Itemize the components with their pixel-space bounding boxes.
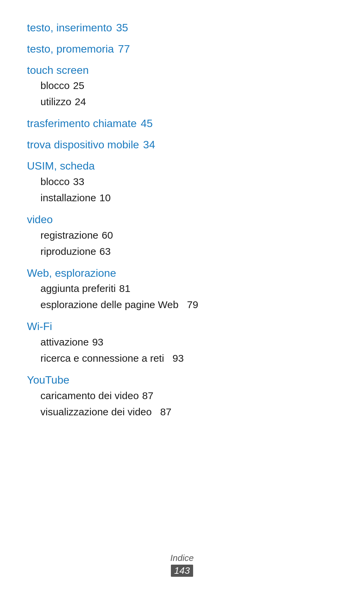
sub-entry-multiline: esplorazione delle pagine Web 79: [27, 297, 337, 313]
sub-entry: utilizzo 24: [27, 94, 337, 110]
entry-heading: video: [27, 212, 337, 227]
entry-heading: Web, esplorazione: [27, 266, 337, 281]
sub-page: 87: [155, 406, 172, 417]
sub-label: registrazione: [40, 227, 98, 243]
sub-label: blocco: [40, 174, 70, 190]
sub-entry: blocco 33: [27, 174, 337, 190]
heading-text: USIM, scheda: [27, 158, 95, 174]
entry-trasferimento-chiamate: trasferimento chiamate 45: [27, 116, 337, 131]
entry-youtube: YouTube caricamento dei video 87 visuali…: [27, 372, 337, 420]
entry-video: video registrazione 60 riproduzione 63: [27, 212, 337, 260]
entry-heading: YouTube: [27, 372, 337, 388]
entry-touch-screen: touch screen blocco 25 utilizzo 24: [27, 63, 337, 110]
entry-heading: testo, inserimento 35: [27, 20, 337, 35]
sub-label: installazione: [40, 190, 96, 206]
entry-heading: testo, promemoria 77: [27, 41, 337, 57]
entry-testo-promemoria: testo, promemoria 77: [27, 41, 337, 57]
sub-entry: aggiunta preferiti 81: [27, 280, 337, 297]
sub-page: 24: [75, 94, 86, 110]
entry-heading: trasferimento chiamate 45: [27, 116, 337, 131]
heading-text: trova dispositivo mobile: [27, 137, 139, 152]
sub-entry: caricamento dei video 87: [27, 388, 337, 404]
sub-label: aggiunta preferiti: [40, 280, 116, 297]
sub-page: 33: [73, 174, 84, 190]
heading-page: 34: [143, 137, 155, 152]
heading-text: video: [27, 212, 53, 227]
heading-text: Wi-Fi: [27, 319, 52, 334]
sub-page: 25: [73, 78, 84, 94]
sub-entry: attivazione 93: [27, 334, 337, 350]
heading-text: Web, esplorazione: [27, 266, 116, 281]
sub-entry: blocco 25: [27, 78, 337, 94]
heading-text: touch screen: [27, 63, 89, 78]
footer-page-number: 143: [171, 565, 193, 577]
sub-page: 81: [119, 280, 130, 297]
sub-entry-multiline: visualizzazione dei video 87: [27, 404, 337, 420]
entry-web-esplorazione: Web, esplorazione aggiunta preferiti 81 …: [27, 266, 337, 313]
sub-entry-multiline: ricerca e connessione a reti 93: [27, 350, 337, 366]
heading-text: testo, inserimento: [27, 20, 112, 35]
sub-label: utilizzo: [40, 94, 71, 110]
sub-page: 87: [142, 388, 153, 404]
sub-entry: riproduzione 63: [27, 243, 337, 260]
entry-heading: trova dispositivo mobile 34: [27, 137, 337, 152]
sub-label: visualizzazione dei video: [40, 406, 152, 417]
entry-wi-fi: Wi-Fi attivazione 93 ricerca e connessio…: [27, 319, 337, 366]
sub-page: 93: [92, 334, 103, 350]
sub-label: riproduzione: [40, 243, 96, 260]
heading-text: testo, promemoria: [27, 41, 114, 57]
sub-page: 79: [181, 299, 198, 310]
entry-usim-scheda: USIM, scheda blocco 33 installazione 10: [27, 158, 337, 206]
heading-page: 77: [118, 41, 130, 57]
sub-label: blocco: [40, 78, 70, 94]
entry-heading: USIM, scheda: [27, 158, 337, 174]
entry-trova-dispositivo-mobile: trova dispositivo mobile 34: [27, 137, 337, 152]
sub-page: 63: [99, 243, 111, 260]
sub-page: 60: [102, 227, 113, 243]
sub-label: ricerca e connessione a reti: [40, 353, 164, 364]
heading-page: 35: [116, 20, 128, 35]
page-footer: Indice 143: [0, 553, 364, 577]
entry-testo-inserimento: testo, inserimento 35: [27, 20, 337, 35]
sub-label: attivazione: [40, 334, 89, 350]
sub-entry: installazione 10: [27, 190, 337, 206]
heading-page: 45: [141, 116, 153, 131]
footer-label: Indice: [0, 553, 364, 563]
sub-page: 10: [99, 190, 111, 206]
heading-text: YouTube: [27, 372, 69, 388]
heading-text: trasferimento chiamate: [27, 116, 136, 131]
entry-heading: Wi-Fi: [27, 319, 337, 334]
sub-entry: registrazione 60: [27, 227, 337, 243]
sub-label: esplorazione delle pagine Web: [40, 299, 179, 310]
entry-heading: touch screen: [27, 63, 337, 78]
sub-label: caricamento dei video: [40, 388, 139, 404]
sub-page: 93: [167, 353, 184, 364]
